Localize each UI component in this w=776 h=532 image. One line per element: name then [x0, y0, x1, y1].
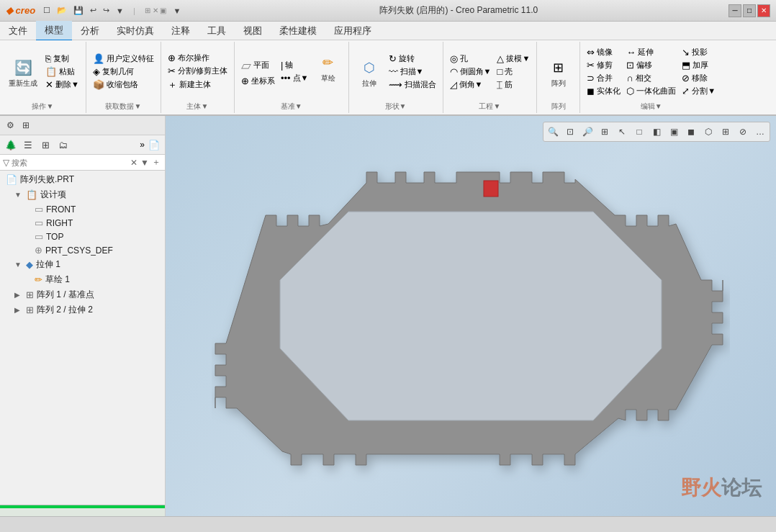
- point-button[interactable]: ••• 点▼: [279, 72, 311, 84]
- intersect-button[interactable]: ∩ 相交: [624, 72, 678, 84]
- zoom-out-icon[interactable]: 🔎: [579, 124, 595, 140]
- open-icon[interactable]: 📂: [55, 5, 69, 16]
- tree-array1-item[interactable]: ▶ ⊞ 阵列 1 / 基准点: [0, 287, 165, 302]
- list-view-icon[interactable]: ☰: [20, 137, 36, 153]
- select-icon[interactable]: ↖: [614, 124, 630, 140]
- tree-right-item[interactable]: ▭ RIGHT: [0, 216, 165, 230]
- solidify-button[interactable]: ◼ 实体化: [585, 85, 623, 97]
- new-body-label: 新建主体: [179, 79, 211, 90]
- zoom-fit-icon[interactable]: ⊡: [562, 124, 578, 140]
- display-mode2-icon[interactable]: ◧: [649, 124, 664, 140]
- extend-button[interactable]: ↔ 延伸: [624, 46, 678, 58]
- mirror-button[interactable]: ⇔ 镜像: [585, 46, 623, 58]
- fillet-button[interactable]: ◠ 倒圆角▼: [448, 66, 494, 78]
- user-feature-button[interactable]: 👤 用户定义特征: [91, 53, 156, 65]
- menu-view[interactable]: 视图: [235, 22, 271, 40]
- menu-model[interactable]: 模型: [36, 21, 72, 41]
- dropdown-icon[interactable]: ▼: [171, 6, 183, 16]
- panel-settings-icon[interactable]: ⚙: [3, 118, 17, 132]
- blend-button[interactable]: ⟿ 扫描混合: [387, 78, 438, 91]
- hole-button[interactable]: ◎ 孔: [448, 53, 494, 65]
- menu-flex[interactable]: 柔性建模: [271, 22, 325, 40]
- draft-button[interactable]: △ 拔模▼: [495, 53, 532, 65]
- project-button[interactable]: ↘ 投影: [680, 46, 718, 58]
- offset-label: 偏移: [636, 60, 652, 71]
- zoom-in-icon[interactable]: 🔍: [545, 124, 561, 140]
- split-trim-button[interactable]: ✂ 分割/修剪主体: [166, 65, 230, 77]
- tree-top-item[interactable]: ▭ TOP: [0, 230, 165, 243]
- delete-button[interactable]: ✕ 删除▼: [43, 78, 81, 91]
- axis-button[interactable]: | 轴: [279, 59, 311, 71]
- tree-extrude1-item[interactable]: ▼ ◆ 拉伸 1: [0, 257, 165, 272]
- new-icon[interactable]: ☐: [41, 5, 53, 16]
- menu-annotation[interactable]: 注释: [163, 22, 199, 40]
- chamfer-button[interactable]: ◿ 倒角▼: [448, 78, 494, 91]
- section-icon[interactable]: ⊘: [735, 124, 751, 140]
- rib-button[interactable]: ⌶ 筋: [495, 78, 532, 91]
- display-mode4-icon[interactable]: ◼: [683, 124, 699, 140]
- grid-view-icon[interactable]: ⊞: [37, 137, 53, 153]
- add-filter-icon[interactable]: ＋: [150, 156, 162, 168]
- more-icon[interactable]: ▼: [114, 6, 126, 16]
- unified-surface-button[interactable]: ⬡ 一体化曲面: [624, 85, 678, 97]
- csys-button[interactable]: ⊕ 坐标系: [239, 75, 277, 87]
- copy-button[interactable]: ⎘ 复制: [43, 53, 81, 65]
- view-reset-icon[interactable]: ⊞: [597, 124, 613, 140]
- paste-button[interactable]: 📋 粘贴: [43, 66, 81, 78]
- revolve-icon: ↻: [389, 53, 397, 64]
- expand-arrow[interactable]: »: [140, 140, 145, 150]
- regenerate-button[interactable]: 🔄 重新生成: [4, 53, 42, 91]
- panel-expand-icon[interactable]: ⊞: [19, 118, 33, 132]
- shell-button[interactable]: □ 壳: [495, 66, 532, 78]
- sweep-button[interactable]: 〰 扫描▼: [387, 66, 438, 78]
- remove-button[interactable]: ⊘ 移除: [680, 72, 718, 84]
- merge-button[interactable]: ⊃ 合并: [585, 72, 623, 84]
- clear-search-icon[interactable]: ✕: [129, 158, 139, 168]
- grid-display-icon[interactable]: ⊞: [718, 124, 734, 140]
- offset-button[interactable]: ⊡ 偏移: [624, 59, 678, 71]
- tree-design-item[interactable]: ▼ 📋 设计项: [0, 187, 165, 202]
- tree-csys-item[interactable]: ⊕ PRT_CSYS_DEF: [0, 243, 165, 257]
- tree-view-icon[interactable]: 🌲: [3, 137, 19, 153]
- more-view-icon[interactable]: …: [752, 124, 768, 140]
- menu-file[interactable]: 文件: [0, 22, 36, 40]
- close-button[interactable]: ✕: [757, 4, 770, 17]
- tree-front-item[interactable]: ▭ FRONT: [0, 202, 165, 216]
- tree-array2-item[interactable]: ▶ ⊞ 阵列 2 / 拉伸 2: [0, 302, 165, 317]
- copy-geo-button[interactable]: ◈ 复制几何: [91, 66, 156, 78]
- array-button[interactable]: ⊞ 阵列: [543, 53, 574, 91]
- display-mode3-icon[interactable]: ▣: [666, 124, 682, 140]
- display-mode-icon[interactable]: □: [631, 124, 647, 140]
- array-content: ⊞ 阵列: [543, 43, 574, 100]
- sweep-icon: 〰: [389, 66, 398, 77]
- panel-more-icon[interactable]: 📄: [146, 137, 162, 153]
- revolve-button[interactable]: ↻ 旋转: [387, 53, 438, 65]
- split-edit-button[interactable]: ⤢ 分割▼: [680, 85, 718, 97]
- menu-app[interactable]: 应用程序: [325, 22, 380, 40]
- menu-simulation[interactable]: 实时仿真: [108, 22, 163, 40]
- redo-icon[interactable]: ↪: [101, 5, 112, 16]
- bool-op-button[interactable]: ⊕ 布尔操作: [166, 52, 230, 64]
- tree-root-item[interactable]: 📄 阵列失败.PRT: [0, 172, 165, 187]
- extrude-button[interactable]: ⬡ 拉伸: [353, 53, 385, 91]
- maximize-button[interactable]: □: [743, 4, 756, 17]
- search-input[interactable]: [12, 158, 129, 167]
- undo-icon[interactable]: ↩: [88, 5, 99, 16]
- thicken-button[interactable]: ⬒ 加厚: [680, 59, 718, 71]
- menu-tools[interactable]: 工具: [199, 22, 235, 40]
- perspective-icon[interactable]: ⬡: [700, 124, 716, 140]
- tree-design-label: 设计项: [40, 189, 66, 201]
- search-dropdown-icon[interactable]: ▼: [139, 158, 150, 168]
- 3d-viewport[interactable]: 🔍 ⊡ 🔎 ⊞ ↖ □ ◧ ▣ ◼ ⬡ ⊞ ⊘ …: [166, 116, 776, 516]
- detail-view-icon[interactable]: 🗂: [55, 137, 71, 153]
- tree-sketch1-item[interactable]: ✏ 草绘 1: [0, 272, 165, 287]
- chamfer-icon: ◿: [450, 79, 457, 90]
- menu-analysis[interactable]: 分析: [72, 22, 108, 40]
- plane-button[interactable]: ▱ 平面: [239, 57, 277, 74]
- save-icon[interactable]: 💾: [71, 5, 86, 16]
- sketch-button[interactable]: ✏ 草绘: [312, 48, 344, 86]
- minimize-button[interactable]: ─: [728, 4, 741, 17]
- shrink-pack-button[interactable]: 📦 收缩包络: [91, 78, 156, 91]
- trim-button[interactable]: ✂ 修剪: [585, 59, 623, 71]
- new-body-button[interactable]: ＋ 新建主体: [166, 78, 230, 92]
